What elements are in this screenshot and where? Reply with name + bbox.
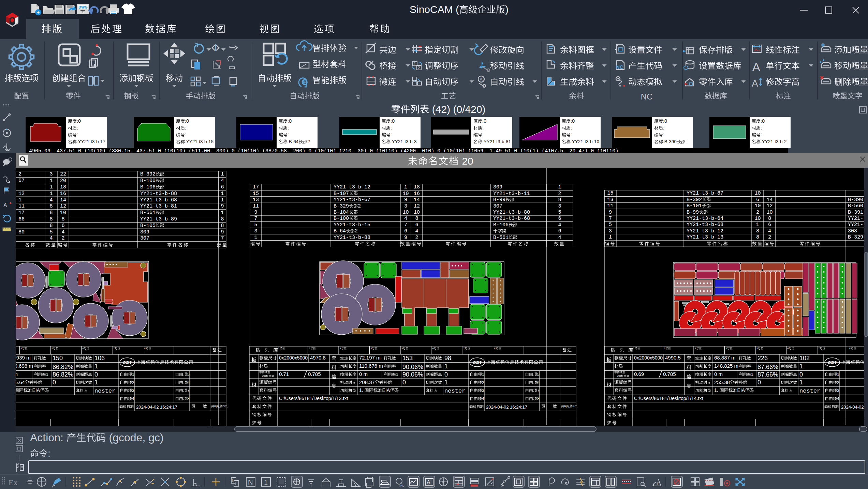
svg-text:T: T bbox=[657, 482, 659, 486]
svg-text:2: 2 bbox=[415, 235, 418, 241]
svg-text::: : bbox=[571, 125, 572, 131]
svg-text:2: 2 bbox=[358, 203, 361, 209]
svg-text:ZCIT: ZCIT bbox=[473, 360, 482, 365]
svg-text:1: 1 bbox=[278, 347, 280, 350]
svg-text:C:/Users/86181/Desktop/1/13.tx: C:/Users/86181/Desktop/1/13.txt bbox=[279, 396, 348, 401]
svg-text:2: 2 bbox=[664, 347, 666, 350]
svg-text:1: 1 bbox=[221, 197, 224, 203]
svg-text:4: 4 bbox=[482, 396, 484, 401]
svg-text:3: 3 bbox=[695, 347, 696, 350]
svg-text:0.785: 0.785 bbox=[308, 371, 321, 377]
svg-text:1: 1 bbox=[799, 379, 803, 386]
svg-text:3: 3 bbox=[340, 347, 341, 350]
svg-text:6: 6 bbox=[187, 380, 190, 385]
svg-text:YY21-t3-b-68: YY21-t3-b-68 bbox=[687, 222, 723, 228]
svg-text:14: 14 bbox=[767, 197, 773, 203]
svg-text:1: 1 bbox=[799, 363, 803, 370]
svg-text:B-104: B-104 bbox=[334, 210, 349, 215]
svg-text:1: 1 bbox=[558, 184, 561, 190]
svg-text::: : bbox=[185, 125, 186, 131]
svg-text:YY21-t3-b-13: YY21-t3-b-13 bbox=[687, 234, 723, 240]
svg-text:B-329: B-329 bbox=[848, 234, 863, 240]
svg-text:,: , bbox=[219, 404, 220, 408]
svg-text::0: :0 bbox=[77, 118, 81, 124]
svg-text:YY21-t3-b-68: YY21-t3-b-68 bbox=[140, 197, 177, 203]
svg-text:YY21-t3-b-12: YY21-t3-b-12 bbox=[334, 184, 370, 190]
svg-text:4: 4 bbox=[837, 396, 839, 401]
svg-text:5: 5 bbox=[756, 347, 758, 350]
svg-text:3: 3 bbox=[132, 388, 134, 393]
svg-text::: : bbox=[391, 132, 392, 137]
svg-text:YY21-t3-b-88: YY21-t3-b-88 bbox=[140, 191, 177, 197]
svg-text:148.825 m: 148.825 m bbox=[714, 363, 738, 369]
svg-text:9: 9 bbox=[221, 203, 224, 209]
svg-text:3: 3 bbox=[404, 203, 407, 209]
svg-text:0: 0 bbox=[94, 371, 98, 378]
svg-text:0.785: 0.785 bbox=[663, 371, 676, 377]
svg-text:B-561: B-561 bbox=[140, 210, 156, 216]
svg-text::: : bbox=[391, 125, 392, 131]
svg-text:nester: nester bbox=[444, 388, 465, 394]
svg-text:1: 1 bbox=[94, 363, 98, 370]
svg-text:8: 8 bbox=[415, 216, 418, 221]
svg-text:1: 1 bbox=[444, 363, 448, 370]
svg-text:153: 153 bbox=[402, 355, 413, 362]
svg-text:2: 2 bbox=[307, 139, 310, 144]
svg-text:1: 1 bbox=[609, 234, 612, 240]
svg-text:4: 4 bbox=[21, 347, 23, 350]
svg-text:B-107: B-107 bbox=[334, 191, 349, 197]
svg-text:11: 11 bbox=[253, 203, 259, 209]
svg-text:A: A bbox=[752, 60, 760, 73]
svg-text:12: 12 bbox=[767, 203, 773, 209]
svg-text:2: 2 bbox=[837, 380, 839, 385]
svg-text::B-390: :B-390 bbox=[663, 139, 677, 144]
svg-text:B-100: B-100 bbox=[334, 216, 349, 221]
svg-text::YY21-t3-b-2: :YY21-t3-b-2 bbox=[761, 139, 787, 144]
svg-text:12: 12 bbox=[18, 191, 25, 197]
svg-text:9: 9 bbox=[221, 229, 224, 235]
svg-text:8: 8 bbox=[221, 216, 224, 222]
svg-text:YY21-t3-b-81: YY21-t3-b-81 bbox=[140, 203, 177, 209]
svg-text:11: 11 bbox=[18, 203, 25, 209]
svg-text:7: 7 bbox=[818, 347, 820, 350]
svg-text:309: 309 bbox=[493, 184, 502, 190]
svg-text::0: :0 bbox=[185, 118, 189, 124]
svg-text:B-101: B-101 bbox=[687, 203, 702, 209]
svg-text:B-100: B-100 bbox=[140, 178, 156, 184]
svg-text:1.: 1. bbox=[359, 387, 365, 393]
svg-text:2: 2 bbox=[482, 380, 484, 385]
svg-text:6: 6 bbox=[221, 184, 224, 190]
svg-text:10: 10 bbox=[767, 210, 773, 215]
svg-text:71.939 m: 71.939 m bbox=[9, 355, 31, 361]
svg-text:0: 0 bbox=[799, 371, 803, 378]
svg-text:102: 102 bbox=[799, 355, 810, 362]
svg-text:YY21-t3-b-88: YY21-t3-b-88 bbox=[334, 235, 370, 241]
svg-text:206.64: 206.64 bbox=[9, 379, 25, 385]
svg-text:10: 10 bbox=[755, 190, 761, 196]
svg-text:A: A bbox=[3, 202, 7, 208]
svg-text:150: 150 bbox=[53, 355, 63, 362]
svg-text:B-64: B-64 bbox=[334, 228, 346, 234]
svg-text:0 m: 0 m bbox=[9, 371, 18, 377]
svg-text:0.71: 0.71 bbox=[279, 371, 289, 377]
svg-text:B-392: B-392 bbox=[687, 197, 702, 203]
svg-text:B-391-: B-391- bbox=[848, 210, 866, 215]
svg-text::YY21-t3-b-10: :YY21-t3-b-10 bbox=[571, 139, 599, 144]
svg-text:B-99: B-99 bbox=[493, 197, 505, 203]
svg-text:7: 7 bbox=[404, 222, 407, 228]
svg-text::: : bbox=[77, 125, 78, 131]
svg-text::YY21-t3-b-15: :YY21-t3-b-15 bbox=[185, 139, 214, 144]
svg-text:4: 4 bbox=[404, 216, 407, 221]
svg-text:EIA: EIA bbox=[382, 387, 390, 393]
svg-text:0 m: 0 m bbox=[359, 371, 368, 377]
svg-text:106: 106 bbox=[94, 355, 105, 362]
svg-text:0: 0 bbox=[53, 379, 56, 386]
svg-text::: : bbox=[185, 132, 186, 137]
svg-text:10: 10 bbox=[60, 210, 66, 216]
svg-text:6: 6 bbox=[83, 347, 84, 350]
svg-text:16: 16 bbox=[60, 191, 66, 197]
svg-text:10: 10 bbox=[755, 216, 761, 221]
svg-text::: : bbox=[663, 132, 664, 137]
svg-text:8: 8 bbox=[221, 223, 224, 229]
svg-text:B-390: B-390 bbox=[848, 197, 863, 203]
